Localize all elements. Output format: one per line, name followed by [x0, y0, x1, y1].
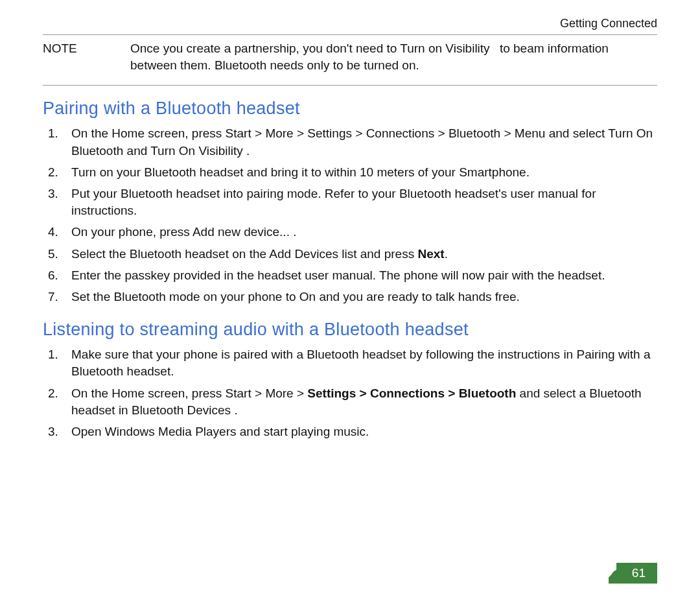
note-block: NOTE Once you create a partnership, you …	[43, 40, 657, 86]
list-item: On the Home screen, press Start > More >…	[43, 385, 657, 419]
list-item: On your phone, press Add new device... .	[43, 224, 657, 241]
list-item: Turn on your Bluetooth headset and bring…	[43, 164, 657, 181]
step-text: .	[445, 247, 448, 261]
step-text: On the Home screen, press Start > More >	[71, 386, 307, 400]
streaming-steps: Make sure that your phone is paired with…	[43, 346, 657, 440]
step-text: Select the Bluetooth headset on the Add …	[71, 247, 417, 261]
list-item: Open Windows Media Players and start pla…	[43, 423, 657, 440]
list-item: On the Home screen, press Start > More >…	[43, 125, 657, 159]
list-item: Set the Bluetooth mode on your phone to …	[43, 289, 657, 305]
heading-streaming: Listening to streaming audio with a Blue…	[43, 320, 657, 340]
list-item: Enter the passkey provided in the headse…	[43, 267, 657, 284]
list-item: Select the Bluetooth headset on the Add …	[43, 246, 657, 263]
note-label: NOTE	[43, 40, 130, 73]
note-body: Once you create a partnership, you don't…	[130, 40, 657, 73]
page: Getting Connected NOTE Once you create a…	[0, 0, 700, 603]
heading-pairing: Pairing with a Bluetooth headset	[43, 99, 657, 119]
step-bold: Next	[417, 247, 444, 261]
list-item: Put your Bluetooth headset into pairing …	[43, 185, 657, 219]
step-bold: Settings > Connections > Bluetooth	[307, 386, 516, 400]
list-item: Make sure that your phone is paired with…	[43, 346, 657, 380]
page-number: 61	[616, 563, 657, 584]
pairing-steps: On the Home screen, press Start > More >…	[43, 125, 657, 305]
note-text-a: Once you create a partnership, you don't…	[130, 41, 490, 55]
running-header: Getting Connected	[43, 17, 657, 35]
